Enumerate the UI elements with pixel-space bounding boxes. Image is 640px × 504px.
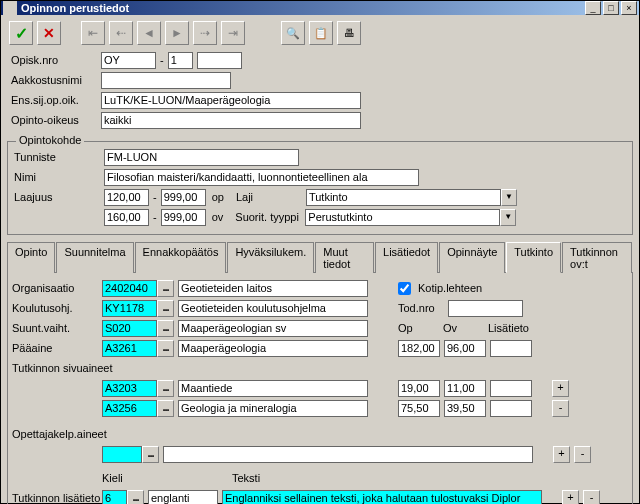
lisat-text-input[interactable]: Englanniksi sellainen teksti, joka halut… [222, 490, 542, 505]
koul-label: Koulutusohj. [12, 302, 102, 314]
laji-label: Laji [236, 191, 306, 203]
nav-first-button[interactable]: ⇤ [81, 21, 105, 45]
opinto-input[interactable]: kaikki [101, 112, 361, 129]
opett-add-button[interactable]: + [553, 446, 570, 463]
laajuus-b2-input[interactable]: 999,00 [161, 209, 206, 226]
org-name-input[interactable]: Geotieteiden laitos [178, 280, 368, 297]
sivu-name-input[interactable]: Maantiede [178, 380, 368, 397]
print-button[interactable]: 🖶 [337, 21, 361, 45]
laji-dropdown[interactable]: ▼ [501, 189, 517, 206]
sivu-lisa-input[interactable] [490, 380, 532, 397]
ens-input[interactable]: LuTK/KE-LUON/Maaperägeologia [101, 92, 361, 109]
app-window: Opinnon perustiedot _ □ × ✓ ✕ ⇤ ⇠ ◄ ► ⇢ … [0, 0, 640, 504]
lisat-lookup-button[interactable]: ... [127, 490, 144, 505]
tab-ennakkopaatos[interactable]: Ennakkopäätös [135, 242, 227, 273]
tab-muut-tiedot[interactable]: Muut tiedot [315, 242, 374, 273]
maximize-button[interactable]: □ [603, 1, 619, 15]
suorit-input[interactable]: Perustutkinto [305, 209, 500, 226]
tab-hyvaksilukem[interactable]: Hyväksilukem. [227, 242, 314, 273]
nav-next-page-button[interactable]: ⇢ [193, 21, 217, 45]
ens-label: Ens.sij.op.oik. [11, 94, 101, 106]
opisk-label: Opisk.nro [11, 54, 101, 66]
tunniste-label: Tunniste [14, 151, 104, 163]
arrow-next-icon: ► [171, 26, 183, 40]
laji-input[interactable]: Tutkinto [306, 189, 501, 206]
laajuus-a2-input[interactable]: 999,00 [161, 189, 206, 206]
copy-icon: 📋 [314, 27, 328, 40]
sivu-ov-input[interactable]: 39,50 [444, 400, 486, 417]
opisk-num-input[interactable]: 1 [168, 52, 193, 69]
suunt-name-input[interactable]: Maaperägeologian sv [178, 320, 368, 337]
laajuus-b1-input[interactable]: 160,00 [104, 209, 149, 226]
suunt-code-input[interactable]: S020 [102, 320, 157, 337]
sivu-lookup-button[interactable]: ... [157, 400, 174, 417]
org-lookup-button[interactable]: ... [157, 280, 174, 297]
suorit-dropdown[interactable]: ▼ [500, 209, 516, 226]
opett-code-input[interactable] [102, 446, 142, 463]
sivu-lisa-input[interactable] [490, 400, 532, 417]
sivu-op-input[interactable]: 19,00 [398, 380, 440, 397]
lisat-remove-button[interactable]: - [583, 490, 600, 505]
tab-tutkinnon-ovt[interactable]: Tutkinnon ov:t [562, 242, 632, 273]
arrow-nextpage-icon: ⇢ [200, 26, 210, 40]
suorit-label: Suorit. tyyppi [235, 211, 305, 223]
nimi-input[interactable]: Filosofian maisteri/kandidaatti, luonnon… [104, 169, 419, 186]
suunt-lookup-button[interactable]: ... [157, 320, 174, 337]
tab-tutkinto[interactable]: Tutkinto [506, 242, 561, 273]
sivu-code-input[interactable]: A3256 [102, 400, 157, 417]
laajuus-a1-input[interactable]: 120,00 [104, 189, 149, 206]
aakko-input[interactable] [101, 72, 231, 89]
ok-button[interactable]: ✓ [9, 21, 33, 45]
org-code-input[interactable]: 2402040 [102, 280, 157, 297]
opett-name-input[interactable] [163, 446, 533, 463]
lisat-add-button[interactable]: + [562, 490, 579, 505]
koul-code-input[interactable]: KY1178 [102, 300, 157, 317]
nav-prev-page-button[interactable]: ⇠ [109, 21, 133, 45]
header-form: Opisk.nro OY - 1 Aakkostusnimi Ens.sij.o… [1, 49, 639, 137]
minimize-button[interactable]: _ [585, 1, 601, 15]
tab-opinto[interactable]: Opinto [7, 242, 55, 273]
search-button[interactable]: 🔍 [281, 21, 305, 45]
nav-prev-button[interactable]: ◄ [137, 21, 161, 45]
nav-last-button[interactable]: ⇥ [221, 21, 245, 45]
kotip-checkbox[interactable] [398, 282, 411, 295]
copy-button[interactable]: 📋 [309, 21, 333, 45]
sivu-lookup-button[interactable]: ... [157, 380, 174, 397]
sivu-add-button[interactable]: + [552, 380, 569, 397]
close-button[interactable]: × [621, 1, 637, 15]
tab-opinnayte[interactable]: Opinnäyte [439, 242, 505, 273]
todnro-input[interactable] [448, 300, 523, 317]
paa-ov-input[interactable]: 96,00 [444, 340, 486, 357]
opisk-extra-input[interactable] [197, 52, 242, 69]
opintokohde-fieldset: Opintokohde Tunniste FM-LUON Nimi Filoso… [7, 141, 633, 235]
opett-remove-button[interactable]: - [574, 446, 591, 463]
paa-lookup-button[interactable]: ... [157, 340, 174, 357]
arrow-first-icon: ⇤ [88, 26, 98, 40]
paa-lisa-input[interactable] [490, 340, 532, 357]
sivu-code-input[interactable]: A3203 [102, 380, 157, 397]
lisat-code-input[interactable]: 6 [102, 490, 127, 505]
sivu-ov-input[interactable]: 11,00 [444, 380, 486, 397]
koul-name-input[interactable]: Geotieteiden koulutusohjelma [178, 300, 368, 317]
paa-code-input[interactable]: A3261 [102, 340, 157, 357]
aakko-label: Aakkostusnimi [11, 74, 101, 86]
nav-next-button[interactable]: ► [165, 21, 189, 45]
opisk-prefix-input[interactable]: OY [101, 52, 156, 69]
tunniste-input[interactable]: FM-LUON [104, 149, 299, 166]
koul-lookup-button[interactable]: ... [157, 300, 174, 317]
tab-suunnitelma[interactable]: Suunnitelma [56, 242, 133, 273]
lisat-label: Tutkinnon lisätieto [12, 492, 102, 504]
sivu-remove-button[interactable]: - [552, 400, 569, 417]
ov-label: ov [212, 211, 224, 223]
sivu-op-input[interactable]: 75,50 [398, 400, 440, 417]
paa-op-input[interactable]: 182,00 [398, 340, 440, 357]
sivu-row-1: A3256 ... Geologia ja mineralogia 75,50 … [12, 399, 628, 417]
cancel-button[interactable]: ✕ [37, 21, 61, 45]
paa-name-input[interactable]: Maaperägeologia [178, 340, 368, 357]
lisat-lang-input[interactable]: englanti [148, 490, 218, 505]
sivu-name-input[interactable]: Geologia ja mineralogia [178, 400, 368, 417]
org-label: Organisaatio [12, 282, 102, 294]
tab-lisatiedot[interactable]: Lisätiedot [375, 242, 438, 273]
opett-lookup-button[interactable]: ... [142, 446, 159, 463]
sivu-label: Tutkinnon sivuaineet [12, 362, 628, 374]
